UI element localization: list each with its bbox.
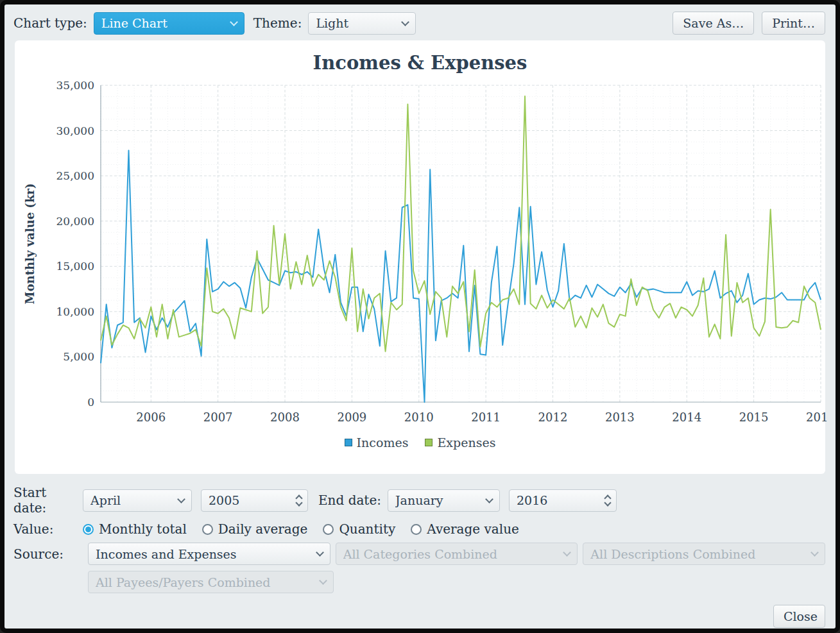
source-select[interactable]: Incomes and Expenses xyxy=(88,543,330,565)
start-date-label: Start date: xyxy=(13,485,83,516)
radio-label: Quantity xyxy=(339,521,395,537)
svg-text:Monthly value (kr): Monthly value (kr) xyxy=(23,183,37,305)
spinner-arrows-icon[interactable] xyxy=(605,496,610,505)
chevron-down-icon xyxy=(402,18,410,26)
series-incomes xyxy=(101,151,821,402)
end-year-spinner[interactable]: 2016 xyxy=(509,489,617,512)
svg-text:2007: 2007 xyxy=(203,410,233,424)
chevron-down-icon xyxy=(230,18,238,26)
theme-value: Light xyxy=(316,16,348,30)
categories-select: All Categories Combined xyxy=(336,543,578,565)
end-month-value: January xyxy=(395,493,443,507)
svg-text:2016: 2016 xyxy=(806,410,827,424)
payees-select-value: All Payees/Payers Combined xyxy=(96,575,271,589)
chart-type-label: Chart type: xyxy=(13,15,87,31)
svg-text:25,000: 25,000 xyxy=(56,169,94,182)
radio-circle-icon[interactable] xyxy=(83,524,94,535)
start-month-value: April xyxy=(90,493,121,507)
radio-monthly-total[interactable]: Monthly total xyxy=(83,521,187,537)
source-row: Source: Incomes and Expenses All Categor… xyxy=(13,543,825,565)
svg-text:2008: 2008 xyxy=(270,410,300,424)
radio-quantity[interactable]: Quantity xyxy=(323,521,395,537)
svg-text:10,000: 10,000 xyxy=(56,305,94,318)
svg-text:2010: 2010 xyxy=(404,410,434,424)
chart-canvas: 05,00010,00015,00020,00025,00030,00035,0… xyxy=(19,78,827,434)
chart-type-value: Line Chart xyxy=(101,16,167,30)
start-month-select[interactable]: April xyxy=(83,489,192,512)
chevron-down-icon xyxy=(563,548,571,557)
theme-label: Theme: xyxy=(253,15,302,31)
chart-panel: Incomes & Expenses 05,00010,00015,00020,… xyxy=(15,40,825,474)
svg-text:2011: 2011 xyxy=(471,410,501,424)
svg-text:0: 0 xyxy=(87,396,94,409)
svg-text:2006: 2006 xyxy=(136,410,166,424)
close-button[interactable]: Close xyxy=(773,605,825,628)
theme-select[interactable]: Light xyxy=(308,12,416,35)
radio-daily-average[interactable]: Daily average xyxy=(202,521,308,537)
svg-text:2015: 2015 xyxy=(739,410,769,424)
radio-label: Average value xyxy=(427,521,519,537)
start-year-spinner[interactable]: 2005 xyxy=(201,489,308,512)
legend-swatch-icon xyxy=(345,439,352,446)
legend-label: Incomes xyxy=(357,435,409,450)
svg-text:20,000: 20,000 xyxy=(56,215,94,228)
svg-text:5,000: 5,000 xyxy=(63,350,94,363)
radio-label: Daily average xyxy=(218,521,308,537)
source-row-2: All Payees/Payers Combined xyxy=(13,571,825,593)
radio-circle-icon[interactable] xyxy=(323,524,334,535)
legend-label: Expenses xyxy=(437,435,495,450)
chart-type-select[interactable]: Line Chart xyxy=(94,12,244,35)
value-label: Value: xyxy=(13,521,83,537)
controls-area: Start date: April 2005 End date: January… xyxy=(4,474,836,593)
chevron-down-icon xyxy=(319,577,327,585)
spinner-arrows-icon[interactable] xyxy=(296,496,302,505)
radio-circle-icon[interactable] xyxy=(202,524,213,535)
chevron-down-icon xyxy=(177,495,185,503)
save-as-button[interactable]: Save As… xyxy=(673,12,754,35)
date-row: Start date: April 2005 End date: January… xyxy=(13,485,825,516)
toolbar: Chart type: Line Chart Theme: Light Save… xyxy=(4,4,836,40)
svg-text:2013: 2013 xyxy=(605,410,635,424)
legend-item-expenses: Expenses xyxy=(425,435,495,450)
end-date-label: End date: xyxy=(318,493,381,508)
chevron-down-icon xyxy=(485,495,493,503)
radio-average-value[interactable]: Average value xyxy=(411,521,519,537)
radio-circle-icon[interactable] xyxy=(411,524,422,535)
series-expenses xyxy=(101,96,821,351)
chevron-down-icon xyxy=(316,548,324,557)
chart-legend: IncomesExpenses xyxy=(19,435,821,450)
descriptions-select-value: All Descriptions Combined xyxy=(590,547,755,561)
source-select-value: Incomes and Expenses xyxy=(96,547,237,561)
legend-swatch-icon xyxy=(425,439,433,446)
svg-text:35,000: 35,000 xyxy=(56,79,94,92)
source-label: Source: xyxy=(13,546,83,562)
value-row: Value: Monthly totalDaily averageQuantit… xyxy=(13,521,825,537)
chart-dialog-window: Chart type: Line Chart Theme: Light Save… xyxy=(0,0,840,633)
value-radio-group: Monthly totalDaily averageQuantityAverag… xyxy=(83,521,519,537)
legend-item-incomes: Incomes xyxy=(345,435,409,450)
start-year-value: 2005 xyxy=(209,493,239,507)
svg-text:2012: 2012 xyxy=(538,410,568,424)
close-row: Close xyxy=(4,599,836,628)
svg-text:15,000: 15,000 xyxy=(56,260,94,273)
svg-text:2009: 2009 xyxy=(337,410,366,424)
end-year-value: 2016 xyxy=(517,493,547,507)
chevron-down-icon xyxy=(810,548,819,557)
svg-text:30,000: 30,000 xyxy=(56,124,94,137)
payees-select: All Payees/Payers Combined xyxy=(88,571,334,593)
svg-text:2014: 2014 xyxy=(672,410,701,424)
end-month-select[interactable]: January xyxy=(388,489,500,512)
radio-label: Monthly total xyxy=(99,521,187,537)
categories-select-value: All Categories Combined xyxy=(343,547,497,561)
chart-title: Incomes & Expenses xyxy=(19,52,821,74)
print-button[interactable]: Print… xyxy=(762,12,825,35)
descriptions-select: All Descriptions Combined xyxy=(583,543,825,565)
